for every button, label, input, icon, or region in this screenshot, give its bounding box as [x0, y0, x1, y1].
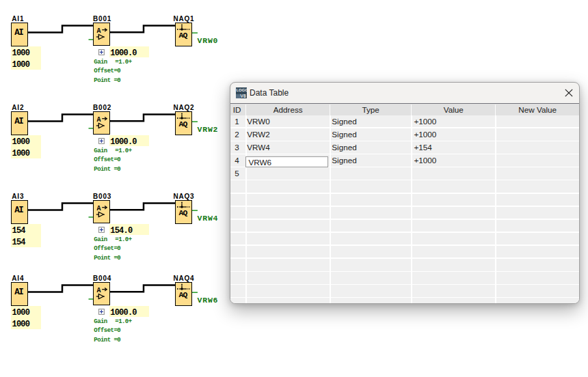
svg-text:V8: V8 [240, 94, 245, 98]
svg-text:LOGO: LOGO [236, 88, 247, 92]
